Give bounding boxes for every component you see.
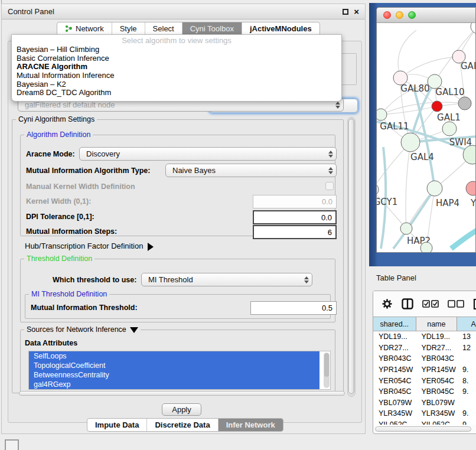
algorithm-popup-item[interactable]: Dream8 DC_TDC Algorithm — [12, 89, 341, 97]
network-node-hap2[interactable] — [400, 223, 412, 234]
column-header-a[interactable]: A — [457, 317, 476, 331]
network-node-hap4[interactable] — [427, 181, 442, 196]
tab-discretize-data[interactable]: Discretize Data — [147, 419, 218, 431]
document-icon[interactable] — [473, 298, 476, 310]
scrollbar-thumb[interactable] — [324, 353, 329, 377]
tab-impute-data[interactable]: Impute Data — [87, 419, 147, 431]
apply-button[interactable]: Apply — [162, 403, 201, 416]
dpi-tolerance-field[interactable]: 0.0 — [253, 210, 337, 224]
network-node-gcy1[interactable] — [377, 183, 379, 196]
mi-steps-field[interactable]: 6 — [253, 225, 337, 239]
table-cell: YDL19... — [373, 332, 416, 341]
table-row[interactable]: YBR045CYBR045C9. — [373, 386, 476, 397]
settings-vertical-scrollbar[interactable] — [347, 117, 356, 397]
unchecked-columns-icon[interactable] — [448, 300, 464, 308]
tab-network[interactable]: Network — [57, 22, 112, 35]
table-row[interactable]: YDR27...YDR27...12 — [373, 343, 476, 354]
network-node[interactable] — [420, 242, 432, 253]
split-columns-icon[interactable] — [402, 298, 413, 309]
table-cell: YIL052C — [373, 420, 416, 425]
network-node-gal4[interactable] — [401, 133, 420, 152]
data-attribute-item[interactable]: gal4RGexp — [29, 380, 319, 389]
tab-cyni-toolbox[interactable]: Cyni Toolbox — [182, 22, 242, 35]
data-attribute-item[interactable]: BetweennessCentrality — [29, 370, 319, 380]
data-attribute-item[interactable]: TopologicalCoefficient — [29, 361, 319, 370]
network-node-label: GAL4 — [410, 152, 434, 162]
network-node[interactable] — [458, 97, 471, 110]
manual-kernel-width-checkbox[interactable] — [325, 182, 334, 190]
algorithm-popup-item[interactable]: Bayesian – Hill Climbing — [12, 45, 341, 54]
checked-columns-icon[interactable] — [422, 300, 439, 308]
tab-label: Discretize Data — [155, 420, 210, 429]
mi-steps-label: Mutual Information Steps: — [26, 227, 117, 236]
table-row[interactable]: YER054CYER054C8. — [373, 375, 476, 386]
network-edge[interactable] — [451, 230, 476, 249]
table-cell: 13 — [457, 332, 476, 341]
list-vertical-scrollbar[interactable] — [324, 353, 330, 388]
which-threshold-combo[interactable]: MI Threshold — [141, 273, 312, 286]
hub-definition-toggle[interactable]: Hub/Transcription Factor Definition — [25, 242, 154, 251]
tab-select[interactable]: Select — [145, 22, 182, 35]
table-cell: YBL079W — [373, 399, 416, 407]
network-node[interactable] — [471, 23, 476, 34]
mi-algorithm-type-combo[interactable]: Naive Bayes — [165, 164, 337, 177]
gear-icon[interactable] — [382, 298, 393, 309]
table-row[interactable]: YPR145WYPR145W9. — [373, 364, 476, 376]
table-row[interactable]: YLR345WYLR345W9. — [373, 408, 476, 419]
tab-jactivemnodules[interactable]: jActiveMNodules — [242, 22, 319, 35]
mi-threshold-field[interactable]: 0.5 — [250, 301, 337, 315]
kernel-width-field[interactable]: 0.0 — [253, 195, 337, 208]
which-threshold-label: Which threshold to use: — [53, 276, 136, 284]
table-cell: YBR043C — [373, 354, 416, 363]
data-attribute-item[interactable]: SelfLoops — [29, 351, 319, 361]
network-edge[interactable] — [377, 190, 406, 229]
algorithm-popup-item[interactable]: Mutual Information Inference — [12, 71, 341, 80]
network-node-gal1[interactable] — [432, 101, 442, 112]
tab-infer-network[interactable]: Infer Network — [219, 419, 283, 431]
close-icon[interactable]: × — [354, 9, 359, 15]
scrollbar-thumb[interactable] — [348, 119, 354, 394]
network-node-gal11[interactable] — [377, 109, 387, 120]
table-row[interactable]: YDL19...YDL19...13 — [373, 331, 476, 343]
sources-legend[interactable]: Sources for Network Inference — [24, 325, 141, 334]
table-row[interactable]: YBR043CYBR043C — [373, 353, 476, 364]
table-cell: YDL19... — [416, 332, 457, 341]
tab-label: jActiveMNodules — [250, 24, 312, 33]
table-cell: YER054C — [373, 377, 416, 385]
float-window-icon[interactable] — [343, 9, 348, 15]
list-horizontal-scrollbar[interactable] — [19, 391, 345, 396]
combo-stepper-icon — [325, 148, 336, 160]
network-edge[interactable] — [381, 106, 437, 115]
network-node-label: GCY1 — [377, 197, 397, 207]
table-toolbar — [373, 291, 476, 317]
algorithm-popup-item[interactable]: ARACNE Algorithm — [12, 63, 341, 71]
table-horizontal-scrollbar[interactable] — [375, 426, 471, 432]
network-edge[interactable] — [406, 142, 410, 229]
aracne-mode-combo[interactable]: Discovery — [79, 147, 337, 161]
network-node-swi4[interactable] — [442, 122, 457, 136]
network-icon — [65, 25, 73, 32]
floating-mini-window[interactable] — [5, 439, 19, 450]
column-header-name[interactable]: name — [416, 317, 458, 331]
mac-minimize-icon[interactable] — [396, 11, 403, 19]
network-node-label: GAL — [461, 61, 476, 71]
algorithm-popup-item[interactable]: Bayesian – K2 — [12, 80, 341, 89]
mac-close-icon[interactable] — [383, 11, 391, 19]
kernel-width-label: Kernel Width (0,1): — [26, 197, 91, 206]
network-canvas[interactable]: GALGAL80GAL10GAL1GAL11SWI4GAL4GCY1HAP4YH… — [377, 23, 476, 253]
sources-legend-text: Sources for Network Inference — [27, 325, 126, 334]
table-row[interactable]: YIL052CYIL052C9 — [373, 419, 476, 425]
network-graph[interactable]: GALGAL80GAL10GAL1GAL11SWI4GAL4GCY1HAP4YH… — [377, 23, 476, 253]
network-node-y[interactable] — [466, 181, 476, 195]
table-cell: 8. — [457, 377, 476, 385]
tab-style[interactable]: Style — [112, 22, 145, 35]
table-panel-title: Table Panel — [376, 273, 416, 282]
table-row[interactable]: YBL079WYBL079W — [373, 397, 476, 409]
kernel-width-value: 0.0 — [322, 197, 332, 206]
column-header-shared[interactable]: shared... — [373, 317, 416, 331]
network-node[interactable] — [463, 145, 476, 164]
collapse-down-icon — [130, 327, 138, 333]
algorithm-popup-item[interactable]: Basic Correlation Inference — [12, 54, 341, 63]
mac-zoom-icon[interactable] — [408, 11, 416, 19]
data-attributes-list[interactable]: SelfLoopsTopologicalCoefficientBetweenne… — [28, 351, 331, 390]
